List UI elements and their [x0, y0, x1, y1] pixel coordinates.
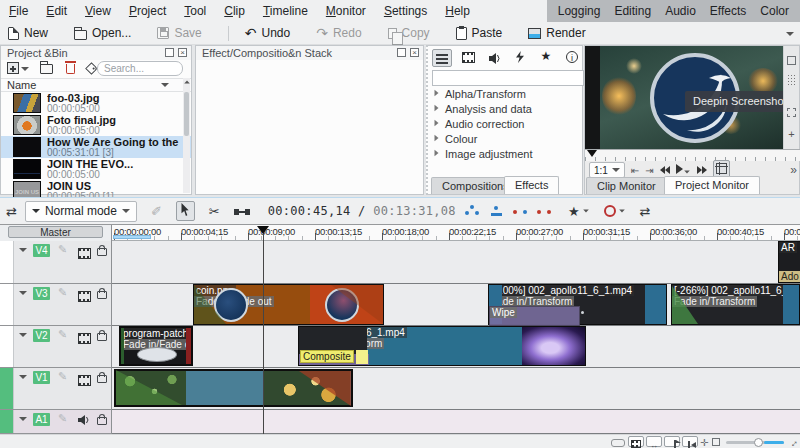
razor-tool-button[interactable]: ✂ [209, 204, 220, 219]
bin-clip-row[interactable]: foo-03.jpg 00:00:05:00 [1, 92, 191, 114]
track-effects-icon[interactable]: ✎ [58, 370, 67, 383]
track-options-icon[interactable]: ⇄ [6, 204, 17, 219]
snap-button[interactable] [682, 436, 698, 447]
speaker-icon[interactable] [78, 414, 90, 426]
lock-icon[interactable] [97, 375, 107, 383]
menu-monitor[interactable]: Monitor [317, 0, 375, 22]
zone-start-icon[interactable]: ⇤ [631, 165, 639, 176]
redo-button[interactable]: ↷Redo [316, 26, 361, 40]
timeline-ruler[interactable]: 00:00:00;00 00:00:04;15 00:00:09;00 00:0… [112, 225, 800, 241]
video-effects-button[interactable] [458, 49, 478, 67]
composition-label[interactable]: Composite [300, 350, 354, 363]
menu-project[interactable]: Project [120, 0, 175, 22]
record-icon[interactable] [604, 205, 616, 217]
add-guide-icon[interactable]: + [787, 130, 796, 139]
track-effects-icon[interactable]: ✎ [58, 286, 67, 299]
show-video-thumbnails-button[interactable] [628, 436, 644, 447]
lane-v4[interactable]: AR Ado [112, 241, 800, 284]
show-video-icon[interactable] [78, 248, 91, 259]
timeline-clip-apollo-100[interactable]: [-100%] 002_apollo11_6_1.mp4 Fade in/Tra… [488, 284, 667, 325]
monitor-zoom-select[interactable]: 1:1 [589, 162, 625, 178]
render-button[interactable]: Render [528, 26, 585, 40]
fade-out-triangle[interactable] [331, 285, 383, 324]
branch-collapsed-icon[interactable] [435, 90, 439, 96]
menu-clip[interactable]: Clip [215, 0, 254, 22]
rewind-button[interactable] [660, 163, 670, 177]
paste-button[interactable]: Paste [456, 26, 503, 40]
effects-category[interactable]: Image adjustment [428, 148, 582, 163]
chevron-down-icon[interactable] [19, 291, 27, 295]
tag-button[interactable] [85, 62, 98, 75]
float-panel-icon[interactable] [397, 48, 406, 57]
zoom-out-icon[interactable] [712, 438, 720, 446]
timeline-zone-bar[interactable] [113, 235, 151, 239]
effects-filter-input[interactable] [432, 70, 584, 86]
playhead-handle[interactable] [257, 226, 269, 234]
track-target-strip[interactable] [0, 241, 14, 283]
timeline-clip-v1[interactable] [114, 369, 353, 407]
track-header-v4[interactable]: V4 ✎ [0, 241, 111, 284]
workspace-effects[interactable]: Effects [703, 0, 753, 22]
effects-category[interactable]: Audio correction [428, 118, 582, 133]
mixer-icon[interactable]: ⇄ [640, 204, 651, 219]
track-effects-icon[interactable]: ✎ [58, 328, 67, 341]
track-header-v3[interactable]: V3 ✎ [0, 284, 111, 326]
save-button[interactable]: Save [157, 26, 201, 40]
chevron-down-icon[interactable] [19, 333, 27, 337]
play-button[interactable] [676, 163, 691, 177]
lane-v1[interactable] [112, 368, 800, 410]
fade-in-triangle[interactable] [194, 285, 226, 324]
workspace-audio[interactable]: Audio [658, 0, 703, 22]
zoom-slider[interactable] [726, 441, 784, 444]
show-all-effects-button[interactable] [432, 49, 452, 67]
audio-levels-icon[interactable] [787, 74, 796, 86]
master-track-button[interactable]: Master [8, 226, 103, 238]
effects-category[interactable]: Alpha/Transform [428, 88, 582, 103]
branch-collapsed-icon[interactable] [435, 135, 439, 141]
undo-button[interactable]: ↶Undo [245, 26, 290, 40]
track-header-v2[interactable]: V2 ✎ [0, 326, 111, 368]
chevron-down-icon[interactable] [619, 210, 625, 213]
timeline-clip-apollo-266[interactable]: [-266%] 002_apollo11_6_1.mp4 Fade in/Tra… [671, 284, 800, 325]
float-panel-icon[interactable] [165, 48, 174, 57]
show-video-icon[interactable] [78, 291, 91, 302]
lock-icon[interactable] [97, 333, 107, 341]
branch-collapsed-icon[interactable] [435, 120, 439, 126]
controls-overflow-icon[interactable]: » [790, 163, 797, 177]
fullscreen-icon[interactable] [787, 56, 796, 65]
menu-view[interactable]: View [76, 0, 120, 22]
timecode-display[interactable]: 00:00:45,14 / 00:13:31,08 [268, 204, 456, 218]
menu-help[interactable]: Help [436, 0, 479, 22]
toolbar-overflow-icon[interactable] [786, 32, 794, 36]
workspace-color[interactable]: Color [753, 0, 796, 22]
track-target-strip-active[interactable] [0, 368, 14, 409]
extract-zone-icon[interactable] [513, 205, 528, 217]
timeline-options-icon[interactable] [611, 439, 625, 447]
zoom-slider-handle[interactable] [754, 438, 763, 447]
chevron-down-icon[interactable] [583, 210, 589, 213]
fade-in-triangle[interactable] [672, 286, 698, 324]
edit-mode-select[interactable]: Normal mode [25, 201, 137, 222]
lock-icon[interactable] [97, 291, 107, 299]
track-target-strip[interactable] [0, 284, 14, 325]
insert-zone-icon[interactable] [489, 205, 504, 217]
bin-clip-row-selected[interactable]: How We Are Going to the Moo 00:05:31:01 … [1, 136, 191, 158]
workspace-logging[interactable]: Logging [551, 0, 608, 22]
chevron-down-icon[interactable] [19, 375, 27, 379]
monitor-playhead[interactable] [587, 150, 597, 157]
timeline-clip-coin[interactable]: coin.png Fade in/Fade out [193, 284, 384, 325]
add-clip-button[interactable] [7, 62, 19, 74]
timeline-clip-program-patch[interactable]: program-patch Fade in/Fade out [119, 326, 193, 366]
copy-button[interactable]: Copy [388, 26, 430, 40]
track-effects-icon[interactable]: ✎ [58, 412, 67, 425]
track-effects-icon[interactable]: ✎ [58, 243, 67, 256]
tab-clip-monitor[interactable]: Clip Monitor [586, 177, 667, 194]
favorite-effects-icon[interactable]: ★ [568, 204, 580, 219]
close-panel-icon[interactable]: × [178, 48, 187, 57]
track-target-strip-active[interactable] [0, 410, 14, 433]
lift-zone-icon[interactable] [537, 205, 552, 217]
show-audio-thumbnails-button[interactable]: ↔ [646, 436, 662, 447]
scrollbar-thumb[interactable] [184, 92, 189, 136]
new-button[interactable]: New [8, 26, 48, 40]
workspace-editing[interactable]: Editing [607, 0, 658, 22]
